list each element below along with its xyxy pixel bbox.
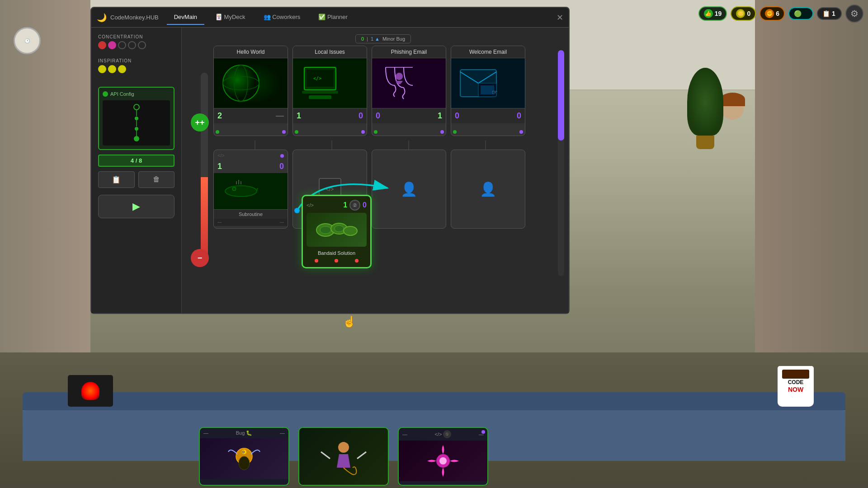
vertical-bar: [201, 73, 208, 263]
delete-button[interactable]: 🗑: [138, 171, 175, 188]
tab-devmain[interactable]: DevMain: [167, 10, 204, 25]
coins-icon: 🪙: [736, 9, 745, 18]
svg-point-2: [135, 117, 138, 120]
card-phishing-email[interactable]: Phishing Email: [372, 46, 446, 136]
svg-point-33: [320, 226, 331, 234]
person-icon-2: 👤: [480, 181, 496, 197]
inspiration-label: INSPIRATION: [98, 58, 175, 63]
right-scroll-bar[interactable]: [558, 50, 564, 276]
tab-coworkers-label: 👥 Coworkers: [264, 14, 301, 20]
svg-line-42: [321, 452, 330, 459]
subroutine-code-icon: </>: [217, 153, 225, 158]
inspiration-dot-3: [118, 65, 126, 73]
svg-rect-12: [302, 91, 338, 94]
card-local-issues-stats: 1 0: [293, 108, 367, 123]
subroutine-bottom: — —: [214, 219, 288, 226]
close-button[interactable]: ✕: [557, 13, 563, 23]
sofa-back: [23, 392, 845, 410]
card-hello-world[interactable]: Hello World: [213, 46, 288, 136]
copy-button[interactable]: 📋: [98, 171, 135, 188]
card-local-issues[interactable]: Local Issues </> 1: [292, 46, 367, 136]
subroutine-stat-left: 1: [217, 162, 222, 171]
phishing-stat-left: 0: [376, 111, 380, 121]
bottom-card-right-badge: ①: [443, 430, 451, 438]
bottom-card-left-icon: Bug 🐛: [236, 430, 253, 436]
window-icon: 🌙: [97, 13, 107, 23]
window-body: CONCENTRATION INSPIRATION: [91, 28, 569, 313]
tasks-icon: 🟢: [794, 10, 802, 17]
welcome-purple-dot: [519, 130, 523, 134]
card-slot-person-2: 👤: [451, 150, 525, 229]
bottom-card-left[interactable]: — Bug 🐛 — ⚙: [199, 427, 289, 486]
hello-world-stat-right: —: [276, 111, 284, 121]
card-phishing-email-image: [372, 58, 446, 108]
subroutine-svg: [214, 173, 268, 209]
bandaid-top-row: </> 1 ② 0: [307, 200, 367, 211]
bandaid-solution-card[interactable]: </> 1 ② 0: [302, 195, 372, 268]
api-config-header: API Config: [103, 91, 170, 97]
play-button[interactable]: ▶: [98, 195, 175, 218]
bandaid-dot-1: [315, 259, 318, 263]
welcome-stat-right: 0: [517, 111, 521, 121]
concentration-label: CONCENTRATION: [98, 34, 175, 39]
bottom-card-left-image: ⚙: [200, 438, 288, 479]
svg-point-38: [239, 456, 250, 470]
tab-planner[interactable]: ✅ Planner: [311, 10, 354, 25]
svg-point-36: [344, 226, 357, 235]
bandaid-stat-right: 0: [363, 201, 367, 209]
concentration-dots: [98, 41, 175, 49]
bandaid-dot-3: [355, 259, 359, 263]
bottom-card-middle[interactable]: [298, 427, 389, 486]
card-hello-world-title: Hello World: [214, 46, 288, 58]
task-list-icon: 📋: [822, 10, 830, 17]
card-welcome-email-stats: 0 0: [451, 108, 525, 123]
minor-bug-area: 0 | 1 ▲ Minor Bug: [213, 34, 553, 43]
likes-icon: 👍: [704, 9, 713, 18]
subroutine-stat-right: 0: [279, 162, 284, 171]
bottom-partial-cards: — Bug 🐛 — ⚙: [199, 427, 488, 486]
likes-badge: 👍 19: [698, 6, 727, 21]
bandaid-stat-left: 1: [343, 201, 347, 209]
left-sidebar: CONCENTRATION INSPIRATION: [91, 28, 182, 313]
connection-lines: [218, 141, 521, 150]
bottom-card-right[interactable]: — </> ① —: [398, 427, 488, 486]
plant-pot: [696, 136, 714, 149]
card-hello-world-image: [214, 58, 288, 108]
coffee-liquid: [782, 370, 809, 379]
svg-text:</>: </>: [313, 76, 321, 81]
svg-point-0: [134, 104, 139, 110]
game-area: ++ − 👍 👎 0 | 1: [182, 28, 569, 313]
welcome-green-dot: [453, 130, 457, 134]
svg-point-41: [338, 442, 349, 453]
tab-coworkers[interactable]: 👥 Coworkers: [256, 10, 308, 25]
coins-badge: 🪙 0: [731, 6, 756, 21]
api-diagram: [103, 100, 170, 145]
concentration-dot-1: [98, 41, 106, 49]
minus-button[interactable]: −: [191, 249, 209, 267]
welcome-stat-left: 0: [455, 111, 459, 121]
svg-point-25: [225, 186, 257, 197]
subroutine-dash-l: —: [217, 220, 222, 225]
subroutine-image: [214, 173, 288, 209]
wall-clock: 🕐: [14, 27, 41, 54]
bandaid-circle-2: ②: [349, 200, 360, 211]
svg-point-35: [335, 225, 344, 232]
tab-mydeck[interactable]: 🃏 MyDeck: [208, 10, 253, 25]
phishing-green-dot: [374, 130, 377, 134]
bottom-left-svg: ⚙: [208, 441, 280, 477]
plus-button[interactable]: ++: [191, 113, 209, 131]
settings-button[interactable]: ⚙: [845, 5, 863, 23]
bottom-card-right-top: — </> ① —: [399, 428, 487, 441]
subroutine-top-stats: </>: [214, 150, 288, 161]
bottom-card-right-icon: </>: [435, 432, 442, 437]
bottom-card-right-center: </> ①: [435, 430, 452, 438]
bottom-card-middle-image: [299, 428, 388, 485]
energy-icon: ✊: [765, 9, 774, 18]
local-issues-stat-right: 0: [359, 111, 363, 121]
inspiration-dot-2: [108, 65, 116, 73]
card-welcome-email[interactable]: Welcome Email ☞: [451, 46, 525, 136]
character-hair: [720, 93, 745, 106]
card-local-issues-title: Local Issues: [293, 46, 367, 58]
card-subroutine[interactable]: </> 1 0: [213, 150, 288, 229]
card-row-2: </> 1 0: [213, 150, 553, 229]
